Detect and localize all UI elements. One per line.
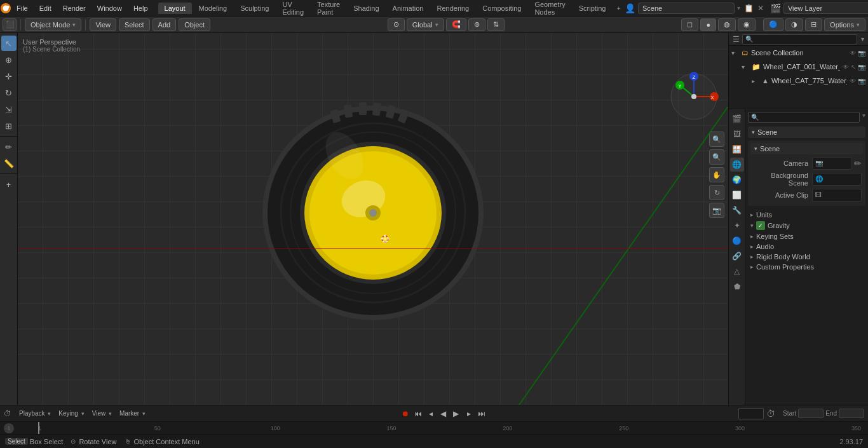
tab-animation[interactable]: Animation bbox=[386, 3, 430, 14]
object-mode-btn[interactable]: Object Mode ▾ bbox=[25, 18, 81, 31]
custom-props-row[interactable]: ▸ Custom Properties bbox=[748, 262, 865, 272]
tab-uv-editing[interactable]: UV Editing bbox=[276, 0, 310, 18]
tab-add[interactable]: + bbox=[613, 3, 624, 14]
annotate-tool-btn[interactable]: ✏ bbox=[1, 139, 17, 154]
select-tool-btn[interactable]: ↖ bbox=[1, 36, 17, 51]
view-layer-selector[interactable] bbox=[783, 3, 868, 14]
jump-start-btn[interactable]: ⏮ bbox=[412, 408, 424, 419]
audio-row[interactable]: ▸ Audio bbox=[748, 241, 865, 252]
editor-type-btn[interactable]: ⬛ bbox=[3, 18, 17, 31]
scale-tool-btn[interactable]: ⇲ bbox=[1, 102, 17, 117]
outliner-row-wheel001[interactable]: ▾ 📁 Wheel_CAT_001_Water_Truc 👁 ↖ 📷 bbox=[729, 60, 868, 74]
pan-btn[interactable]: ✋ bbox=[709, 167, 724, 182]
start-frame-input[interactable]: 1 bbox=[798, 409, 824, 418]
scene-selector[interactable] bbox=[638, 3, 735, 14]
physics-props-btn[interactable]: 🔵 bbox=[730, 234, 744, 248]
viewport-shading-solid[interactable]: ● bbox=[700, 18, 716, 31]
modifier-props-btn[interactable]: 🔧 bbox=[730, 203, 744, 217]
snap-btn[interactable]: 🧲 bbox=[446, 18, 466, 31]
vis-icon-1[interactable]: 👁 bbox=[843, 64, 849, 71]
tab-scripting[interactable]: Scripting bbox=[573, 3, 613, 14]
menu-help[interactable]: Help bbox=[128, 3, 153, 14]
select-menu-btn[interactable]: Select bbox=[119, 18, 150, 31]
outliner-scene-collection[interactable]: ▾ 🗂 Scene Collection 👁 📷 bbox=[729, 46, 868, 60]
current-frame-input[interactable]: 1 bbox=[738, 408, 764, 419]
particles-props-btn[interactable]: ✦ bbox=[730, 219, 744, 233]
camera-field[interactable]: 📷 bbox=[812, 157, 852, 170]
menu-render[interactable]: Render bbox=[58, 3, 91, 14]
vis-icon[interactable]: 👁 bbox=[850, 50, 856, 57]
scene-subsection-header[interactable]: ▾ Scene bbox=[750, 143, 863, 154]
play-reverse-btn[interactable]: ◀ bbox=[438, 408, 449, 419]
menu-edit[interactable]: Edit bbox=[34, 3, 57, 14]
background-scene-field[interactable]: 🌐 bbox=[812, 173, 862, 186]
tab-modeling[interactable]: Modeling bbox=[193, 3, 234, 14]
tab-texture-paint[interactable]: Texture Paint bbox=[311, 0, 346, 18]
playback-menu-btn[interactable]: Playback ▾ bbox=[17, 409, 53, 417]
tab-shading[interactable]: Shading bbox=[347, 3, 385, 14]
gizmo-btn[interactable]: 🔵 bbox=[763, 18, 783, 31]
camera-picker-icon[interactable]: ✏ bbox=[854, 158, 862, 168]
tab-rendering[interactable]: Rendering bbox=[430, 3, 475, 14]
marker-menu-btn[interactable]: Marker ▾ bbox=[117, 409, 148, 417]
move-tool-btn[interactable]: ✛ bbox=[1, 69, 17, 84]
camera-btn[interactable]: 📷 bbox=[709, 203, 724, 218]
constraints-props-btn[interactable]: 🔗 bbox=[730, 249, 744, 263]
gravity-row[interactable]: ▾ ✓ Gravity bbox=[748, 220, 865, 231]
measure-tool-btn[interactable]: 📏 bbox=[1, 156, 17, 171]
zoom-out-btn[interactable]: 🔍 bbox=[709, 149, 724, 165]
prev-frame-btn[interactable]: ◂ bbox=[425, 408, 437, 419]
render-icon-1[interactable]: 📷 bbox=[858, 64, 865, 71]
proportional-edit-btn[interactable]: ⊚ bbox=[468, 18, 485, 31]
jump-end-btn[interactable]: ⏭ bbox=[476, 408, 487, 419]
menu-file[interactable]: File bbox=[11, 3, 33, 14]
material-props-btn[interactable]: ⬟ bbox=[730, 280, 744, 294]
world-props-btn[interactable]: 🌍 bbox=[730, 173, 744, 187]
select-icon-1[interactable]: ↖ bbox=[851, 64, 856, 71]
keying-menu-btn[interactable]: Keying ▾ bbox=[56, 409, 86, 417]
vis-icon-2[interactable]: 👁 bbox=[850, 78, 856, 85]
scene-props-btn[interactable]: 🌐 bbox=[730, 158, 744, 172]
end-frame-input[interactable]: 250 bbox=[839, 409, 864, 418]
orbit-btn[interactable]: ↻ bbox=[709, 185, 724, 200]
scene-section-header[interactable]: ▾ Scene bbox=[748, 126, 865, 138]
next-frame-btn[interactable]: ▸ bbox=[463, 408, 475, 419]
viewport-shading-render[interactable]: ◉ bbox=[738, 18, 756, 31]
gravity-checkbox[interactable]: ✓ bbox=[756, 221, 765, 230]
cursor-tool-btn[interactable]: ⊕ bbox=[1, 52, 17, 67]
navigation-gizmo[interactable]: X Y Z bbox=[668, 71, 719, 122]
outliner-row-wheel775[interactable]: ▸ ▲ Wheel_CAT_775_Water_* 👁 📷 bbox=[729, 74, 868, 88]
view-layer-props-btn[interactable]: 🪟 bbox=[730, 142, 744, 156]
props-search-input[interactable] bbox=[748, 112, 860, 123]
keying-sets-row[interactable]: ▸ Keying Sets bbox=[748, 231, 865, 241]
tab-compositing[interactable]: Compositing bbox=[476, 3, 527, 14]
transform-space-btn[interactable]: Global ▾ bbox=[407, 18, 444, 31]
filter-icon[interactable]: ▾ bbox=[861, 36, 864, 43]
viewport-shading-wire[interactable]: ◻ bbox=[681, 18, 698, 31]
active-clip-field[interactable]: 🎞 bbox=[812, 189, 862, 201]
units-row[interactable]: ▸ Units bbox=[748, 210, 865, 220]
frame-circle[interactable]: 1 bbox=[4, 423, 14, 433]
frame-ruler-bar[interactable]: 1 1 50 100 150 200 250 300 350 bbox=[0, 421, 868, 434]
zoom-in-btn[interactable]: 🔍 bbox=[709, 132, 724, 147]
view-menu-btn[interactable]: View ▾ bbox=[90, 409, 114, 417]
output-props-btn[interactable]: 🖼 bbox=[730, 127, 744, 141]
tab-sculpting[interactable]: Sculpting bbox=[234, 3, 275, 14]
object-menu-btn[interactable]: Object bbox=[179, 18, 210, 31]
record-btn[interactable]: ⏺ bbox=[400, 408, 411, 419]
3d-viewport[interactable]: User Perspective (1) Scene Collection X … bbox=[18, 33, 728, 405]
tab-layout[interactable]: Layout bbox=[158, 3, 192, 14]
pivot-point-btn[interactable]: ⊙ bbox=[388, 18, 405, 31]
tab-geometry-nodes[interactable]: Geometry Nodes bbox=[528, 0, 571, 18]
play-btn[interactable]: ▶ bbox=[451, 408, 462, 419]
props-filter-icon[interactable]: ▾ bbox=[862, 112, 865, 123]
options-btn[interactable]: Options ▾ bbox=[824, 18, 865, 31]
render-icon[interactable]: 📷 bbox=[858, 50, 865, 57]
menu-window[interactable]: Window bbox=[92, 3, 127, 14]
outliner-search[interactable] bbox=[742, 34, 857, 44]
rotate-tool-btn[interactable]: ↻ bbox=[1, 85, 17, 100]
transform-btn[interactable]: ⇅ bbox=[487, 18, 505, 31]
add-menu-btn[interactable]: Add bbox=[153, 18, 177, 31]
add-obj-tool-btn[interactable]: + bbox=[1, 177, 17, 192]
rigid-body-row[interactable]: ▸ Rigid Body World bbox=[748, 252, 865, 262]
